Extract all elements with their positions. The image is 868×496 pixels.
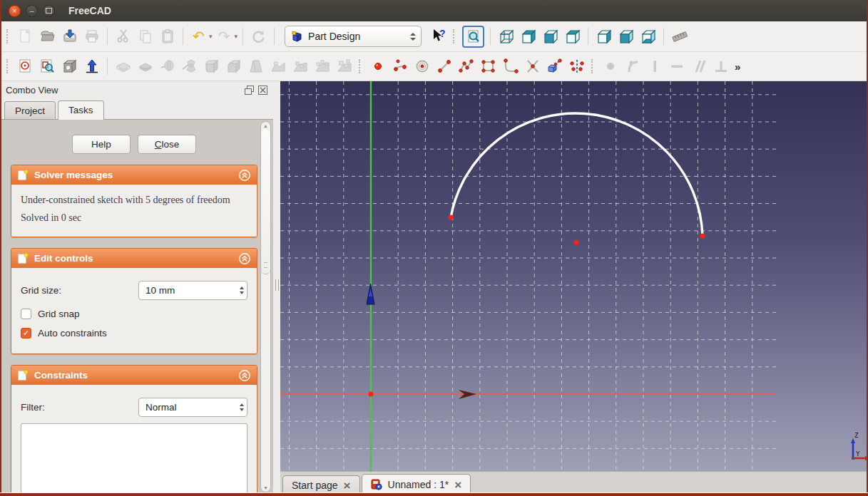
panel-splitter[interactable]: [273, 81, 280, 495]
fit-all-button[interactable]: [462, 26, 484, 48]
workbench-selector-spin[interactable]: [410, 33, 416, 41]
collapse-icon[interactable]: [238, 252, 251, 265]
paste-button[interactable]: [158, 27, 177, 46]
create-point-button[interactable]: [368, 57, 387, 76]
solver-messages-title: Solver messages: [34, 170, 113, 180]
window-border-bottom: [0, 492, 868, 496]
constraint-point-on-object-button[interactable]: [623, 57, 642, 76]
constraint-coincident-button[interactable]: [601, 57, 620, 76]
linear-pattern-button[interactable]: [290, 57, 310, 76]
svg-text:Z: Z: [854, 432, 859, 439]
constraints-list[interactable]: [21, 423, 247, 495]
undo-button[interactable]: ↶: [189, 27, 208, 46]
toolbar-drag-handle[interactable]: [591, 59, 596, 73]
copy-button[interactable]: [136, 27, 155, 46]
tab-start-page[interactable]: Start page ×: [282, 475, 360, 495]
toolbar-drag-handle[interactable]: [6, 59, 11, 73]
edit-controls-header[interactable]: Edit controls: [11, 249, 257, 268]
trim-edge-button[interactable]: [523, 57, 542, 76]
tab-unnamed-document[interactable]: Unnamed : 1* ×: [362, 474, 471, 495]
redo-dropdown-arrow[interactable]: ▾: [235, 33, 238, 40]
constraint-vertical-button[interactable]: [645, 57, 664, 76]
map-sketch-to-face-button[interactable]: [60, 57, 79, 76]
create-line-button[interactable]: [434, 57, 454, 76]
print-button[interactable]: [82, 27, 101, 46]
create-circle-button[interactable]: [412, 57, 432, 76]
view-right-button[interactable]: [594, 27, 613, 46]
edit-sketch-button[interactable]: [38, 57, 57, 76]
toolbar-overflow-button[interactable]: »: [735, 61, 740, 73]
view-front-button[interactable]: [541, 27, 560, 46]
window-close-button[interactable]: ×: [9, 5, 21, 17]
view-axonometric-button[interactable]: [519, 27, 538, 46]
view-top-button[interactable]: [563, 27, 582, 46]
cut-button[interactable]: [113, 27, 133, 46]
window-border-left: [0, 0, 1, 496]
toolbar-drag-handle[interactable]: [453, 29, 457, 43]
solver-messages-header[interactable]: Solver messages: [11, 165, 257, 185]
symmetry-button[interactable]: [567, 57, 586, 76]
refresh-button[interactable]: [249, 27, 268, 46]
constraint-perpendicular-button[interactable]: [711, 57, 730, 76]
toolbar-drag-handle[interactable]: [359, 59, 363, 73]
create-arc-button[interactable]: [390, 57, 409, 76]
toolbar-drag-handle[interactable]: [6, 29, 11, 43]
pad-button[interactable]: [113, 57, 133, 76]
leave-sketch-button[interactable]: [82, 57, 101, 76]
tab-close-icon[interactable]: ×: [454, 479, 461, 491]
tasks-scrollbar[interactable]: ▲ ▼: [260, 121, 271, 492]
dock-close-icon[interactable]: [258, 86, 267, 95]
pocket-button[interactable]: [136, 57, 155, 76]
multi-transform-button[interactable]: [335, 57, 354, 76]
sketch-canvas[interactable]: ZYX: [280, 81, 867, 472]
mirrored-button[interactable]: [268, 57, 287, 76]
note-icon: [17, 369, 29, 381]
fillet-button[interactable]: [202, 57, 221, 76]
auto-constraints-label: Auto constraints: [38, 328, 107, 339]
create-rectangle-button[interactable]: [479, 57, 498, 76]
new-sketch-button[interactable]: [16, 57, 35, 76]
tab-project[interactable]: Project: [4, 101, 56, 119]
undo-dropdown-arrow[interactable]: ▾: [209, 33, 213, 40]
collapse-icon[interactable]: [238, 369, 251, 382]
revolution-button[interactable]: [158, 57, 177, 76]
view-rear-button[interactable]: [616, 27, 635, 46]
constraints-header[interactable]: Constraints: [11, 366, 257, 385]
whats-this-button[interactable]: ?: [429, 27, 448, 46]
auto-constraints-checkbox[interactable]: ✓: [21, 328, 31, 339]
window-minimize-button[interactable]: –: [26, 5, 38, 17]
3d-viewport[interactable]: ZYX: [280, 81, 868, 471]
constraint-parallel-button[interactable]: [689, 57, 708, 76]
scroll-up-icon[interactable]: ▲: [261, 123, 270, 128]
measure-button[interactable]: [670, 27, 689, 46]
grid-snap-checkbox[interactable]: [21, 309, 31, 319]
collapse-icon[interactable]: [238, 169, 251, 182]
external-geometry-button[interactable]: [545, 57, 564, 76]
scrollbar-thumb[interactable]: [261, 130, 270, 274]
help-button[interactable]: Help: [72, 135, 131, 154]
workbench-selector[interactable]: Part Design: [285, 26, 422, 47]
tab-tasks[interactable]: Tasks: [58, 100, 104, 120]
polar-pattern-button[interactable]: [312, 57, 332, 76]
tab-close-icon[interactable]: ×: [344, 480, 351, 492]
scroll-down-icon[interactable]: ▼: [261, 485, 270, 490]
save-button[interactable]: [60, 27, 79, 46]
filter-select[interactable]: Normal: [138, 398, 247, 417]
window-maximize-button[interactable]: [43, 5, 55, 17]
redo-button[interactable]: ↷: [215, 27, 234, 46]
groove-button[interactable]: [180, 57, 199, 76]
chamfer-button[interactable]: [224, 57, 243, 76]
grid-size-input[interactable]: 10 mm: [138, 281, 247, 300]
draft-button[interactable]: [246, 57, 265, 76]
new-document-button[interactable]: [16, 27, 35, 46]
create-polyline-button[interactable]: [456, 57, 476, 76]
create-fillet-button[interactable]: [501, 57, 520, 76]
filter-spin[interactable]: [240, 403, 244, 411]
constraint-horizontal-button[interactable]: [667, 57, 686, 76]
open-document-button[interactable]: [38, 27, 57, 46]
view-bottom-button[interactable]: [638, 27, 658, 46]
close-button[interactable]: Close: [138, 135, 196, 154]
grid-size-spin[interactable]: [240, 286, 244, 294]
dock-float-icon[interactable]: [245, 86, 254, 95]
view-wireframe-cube-button[interactable]: [496, 27, 516, 46]
